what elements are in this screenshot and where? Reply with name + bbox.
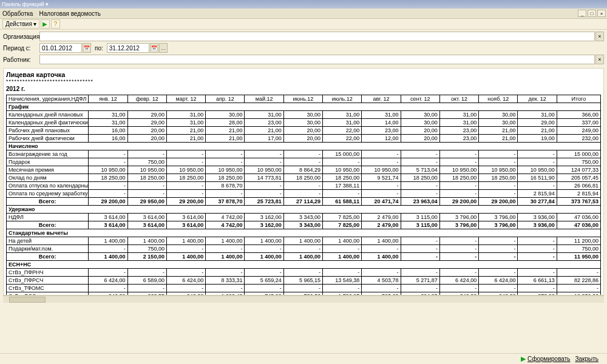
cell-value: 750,00: [557, 158, 600, 166]
calendar-icon[interactable]: 📅: [83, 43, 91, 53]
cell-value: 2 815,94: [518, 190, 557, 198]
cell-value: 1 400,00: [323, 237, 362, 245]
cell-value: -: [362, 150, 401, 158]
worker-clear-button[interactable]: ×: [595, 55, 604, 64]
header-month: нояб. 12: [479, 95, 518, 103]
cell-value: -: [283, 182, 322, 190]
table-row: СтВз_ТФОМС-------------: [7, 285, 601, 292]
horizontal-scrollbar[interactable]: [3, 295, 604, 303]
cell-value: -: [518, 150, 557, 158]
cell-value: -: [439, 182, 478, 190]
table-row: Подарок-750,00----------750,00: [7, 158, 601, 166]
help-icon[interactable]: ?: [51, 19, 60, 29]
worker-input[interactable]: [39, 55, 595, 64]
cell-value: -: [518, 285, 557, 292]
cell-value: 4 742,00: [206, 221, 245, 229]
close-button[interactable]: ×: [597, 10, 606, 17]
cell-value: -: [479, 253, 518, 261]
cell-value: 6 424,00: [479, 277, 518, 285]
cell-value: -: [166, 245, 205, 253]
row-label: Календарных дней фактически: [7, 119, 89, 127]
row-label: СтВз_ПФРНЧ: [7, 269, 89, 277]
cell-value: 18 250,00: [439, 174, 478, 182]
cell-value: 21,00: [166, 127, 205, 135]
cell-value: 1 400,00: [323, 253, 362, 261]
cell-value: -: [166, 269, 205, 277]
cell-value: 1 400,00: [283, 253, 322, 261]
menu-nalogovaya[interactable]: Налоговая ведомость: [39, 10, 100, 17]
period-extra-button[interactable]: …: [159, 43, 168, 53]
header-month: март. 12: [166, 95, 205, 103]
cell-value: 31,00: [323, 111, 362, 119]
org-clear-button[interactable]: ×: [595, 32, 604, 41]
menu-obrabotka[interactable]: Обработка: [2, 10, 33, 17]
row-label: Всего:: [7, 221, 89, 229]
cell-value: 20,00: [283, 135, 322, 143]
cell-value: 17 388,11: [323, 182, 362, 190]
org-input[interactable]: [39, 32, 595, 41]
cell-value: 31,00: [323, 119, 362, 127]
cell-value: 21,00: [245, 127, 283, 135]
section-label: График: [7, 103, 601, 111]
cell-value: 23,00: [362, 127, 401, 135]
scrollbar-thumb[interactable]: [9, 297, 46, 303]
cell-value: -: [479, 150, 518, 158]
cell-value: 18 250,00: [89, 174, 127, 182]
cell-value: 31,00: [89, 119, 127, 127]
cell-value: 10 950,00: [439, 166, 478, 174]
cell-value: 30 277,84: [518, 198, 557, 206]
cell-value: 3 614,00: [127, 221, 166, 229]
cell-value: 10 950,00: [479, 166, 518, 174]
cell-value: -: [206, 150, 245, 158]
table-row: Месячная премия10 950,0010 950,0010 950,…: [7, 166, 601, 174]
period-from-input[interactable]: [39, 43, 82, 53]
cell-value: 21,00: [166, 135, 205, 143]
cell-value: 8 864,29: [283, 166, 322, 174]
cell-value: 3 614,00: [166, 214, 205, 221]
menubar: Обработка Налоговая ведомость _ □ ×: [0, 8, 607, 19]
cell-value: -: [439, 269, 478, 277]
cell-value: -: [283, 245, 322, 253]
row-label: Оплата по среднему заработку: [7, 190, 89, 198]
cell-value: 20,00: [127, 127, 166, 135]
calendar-icon[interactable]: 📅: [150, 43, 158, 53]
actions-dropdown[interactable]: Действия▾: [2, 19, 39, 29]
cell-value: 232,00: [557, 135, 600, 143]
cell-value: -: [127, 190, 166, 198]
section-label: Начислено: [7, 143, 601, 150]
cell-value: 11 200,00: [557, 237, 600, 245]
cell-value: -: [401, 285, 439, 292]
row-label: НДФЛ: [7, 214, 89, 221]
cell-value: 21,00: [206, 127, 245, 135]
table-header-row: Начисления, удержания,НДФЛянв. 12февр. 1…: [7, 95, 601, 103]
minimize-button[interactable]: _: [578, 10, 586, 17]
cell-value: 10 950,00: [362, 166, 401, 174]
maximize-button[interactable]: □: [588, 10, 596, 17]
cell-value: 205 057,45: [557, 174, 600, 182]
cell-value: -: [401, 253, 439, 261]
cell-value: 20 471,74: [362, 198, 401, 206]
cell-value: -: [439, 190, 478, 198]
cell-value: 2 479,00: [362, 214, 401, 221]
cell-value: -: [166, 182, 205, 190]
cell-value: -: [479, 158, 518, 166]
cell-value: -: [518, 237, 557, 245]
report-divider: ********************************: [6, 78, 601, 84]
report-area[interactable]: Лицевая карточка ***********************…: [3, 68, 604, 295]
cell-value: 3 343,00: [283, 214, 322, 221]
cell-value: -: [401, 158, 439, 166]
cell-value: 30,00: [283, 119, 322, 127]
table-row: Календарных дней фактически31,0029,0031,…: [7, 119, 601, 127]
cell-value: 5 271,87: [401, 277, 439, 285]
period-to-input[interactable]: [107, 43, 149, 53]
header-month: окт. 12: [439, 95, 478, 103]
header-label: Начисления, удержания,НДФЛ: [7, 95, 89, 103]
cell-value: 26 066,81: [557, 182, 600, 190]
cell-value: -: [479, 182, 518, 190]
cell-value: 20,00: [127, 135, 166, 143]
cell-value: 30,00: [401, 111, 439, 119]
cell-value: -: [89, 269, 127, 277]
cell-value: 6 424,00: [166, 277, 205, 285]
play-icon[interactable]: ▶: [41, 19, 50, 29]
cell-value: -: [323, 158, 362, 166]
